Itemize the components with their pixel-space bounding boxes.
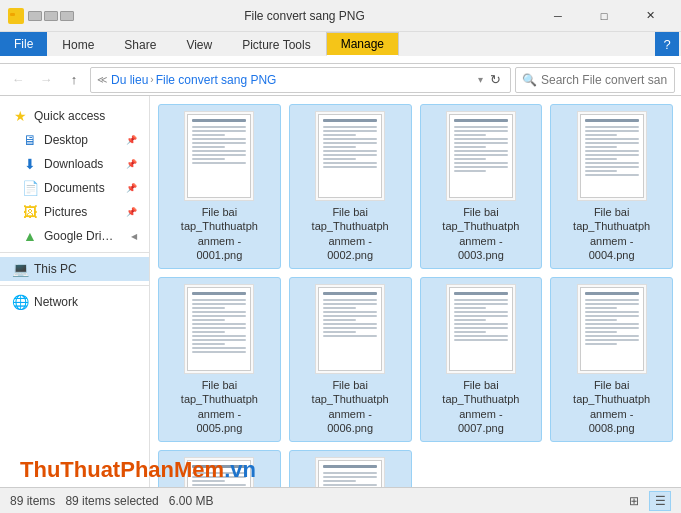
- grid-view-button[interactable]: ⊞: [623, 491, 645, 511]
- address-chevron-icon: ≪: [97, 74, 107, 85]
- file-thumbnail: [315, 284, 385, 374]
- googledrive-icon: ▲: [22, 228, 38, 244]
- pictures-icon: 🖼: [22, 204, 38, 220]
- address-sep-icon: ›: [150, 74, 153, 85]
- file-thumbnail: [577, 284, 647, 374]
- file-item[interactable]: File bai tap_Thuthuatphanmem - 0006.png: [289, 277, 412, 442]
- pin-icon-gd: ◀: [131, 232, 137, 241]
- doc-preview: [318, 460, 382, 487]
- search-icon: 🔍: [522, 73, 537, 87]
- network-icon: 🌐: [12, 294, 28, 310]
- doc-preview: [580, 287, 644, 371]
- sidebar-thispc-label: This PC: [34, 262, 77, 276]
- doc-preview: [187, 460, 251, 487]
- quick-access-section: ★ Quick access 🖥 Desktop 📌 ⬇ Downloads 📌…: [0, 104, 149, 248]
- sidebar-item-desktop[interactable]: 🖥 Desktop 📌: [0, 128, 149, 152]
- status-bar: 89 items 89 items selected 6.00 MB ⊞ ☰: [0, 487, 681, 513]
- quick-redo-btn[interactable]: [60, 11, 74, 21]
- quick-undo-btn[interactable]: [44, 11, 58, 21]
- file-thumbnail: [184, 284, 254, 374]
- help-button[interactable]: ?: [655, 32, 679, 56]
- file-item[interactable]: File bai tap_Thuthuatphanmem - 0005.png: [158, 277, 281, 442]
- item-count: 89 items: [10, 494, 55, 508]
- file-name-label: File bai tap_Thuthuatphanmem - 0007.png: [441, 378, 521, 435]
- tab-share[interactable]: Share: [109, 32, 171, 56]
- forward-button[interactable]: →: [34, 68, 58, 92]
- sidebar-item-thispc[interactable]: 💻 This PC: [0, 257, 149, 281]
- quick-save-btn[interactable]: [28, 11, 42, 21]
- file-item[interactable]: File bai tap_Thuthuatphanmem - 0002.png: [289, 104, 412, 269]
- downloads-icon: ⬇: [22, 156, 38, 172]
- selected-count: 89 items selected: [65, 494, 158, 508]
- file-thumbnail: [315, 457, 385, 487]
- address-part-current[interactable]: File convert sang PNG: [156, 73, 277, 87]
- tab-picture-tools[interactable]: Picture Tools: [227, 32, 325, 56]
- sidebar-network-label: Network: [34, 295, 78, 309]
- file-grid[interactable]: File bai tap_Thuthuatphanmem - 0001.png …: [150, 96, 681, 487]
- sidebar-item-network[interactable]: 🌐 Network: [0, 290, 149, 314]
- main-area: ★ Quick access 🖥 Desktop 📌 ⬇ Downloads 📌…: [0, 96, 681, 487]
- file-thumbnail: [184, 457, 254, 487]
- sidebar-desktop-label: Desktop: [44, 133, 88, 147]
- doc-preview: [187, 287, 251, 371]
- toolbar: ← → ↑ ≪ Du lieu › File convert sang PNG …: [0, 64, 681, 96]
- close-button[interactable]: ✕: [627, 0, 673, 32]
- ribbon-tabs: File Home Share View Picture Tools Manag…: [0, 32, 681, 56]
- file-name-label: File bai tap_Thuthuatphanmem - 0003.png: [441, 205, 521, 262]
- file-item[interactable]: File bai tap_Thuthuatphanmem - 0001.png: [158, 104, 281, 269]
- file-item[interactable]: File bai tap_Thuthuatphanmem - 0010.png: [289, 450, 412, 487]
- sidebar-item-pictures[interactable]: 🖼 Pictures 📌: [0, 200, 149, 224]
- sidebar-downloads-label: Downloads: [44, 157, 103, 171]
- address-part-dulieu[interactable]: Du lieu: [111, 73, 148, 87]
- pin-icon-dl: 📌: [126, 159, 137, 169]
- search-input[interactable]: [541, 73, 668, 87]
- view-controls: ⊞ ☰: [623, 491, 671, 511]
- sidebar-item-downloads[interactable]: ⬇ Downloads 📌: [0, 152, 149, 176]
- sidebar-item-googledrive[interactable]: ▲ Google Drive ◀: [0, 224, 149, 248]
- file-thumbnail: [446, 111, 516, 201]
- desktop-icon: 🖥: [22, 132, 38, 148]
- file-name-label: File bai tap_Thuthuatphanmem - 0004.png: [572, 205, 652, 262]
- doc-preview: [187, 114, 251, 198]
- quick-access-toolbar[interactable]: [28, 11, 74, 21]
- minimize-button[interactable]: ─: [535, 0, 581, 32]
- doc-preview: [449, 287, 513, 371]
- pin-icon-pic: 📌: [126, 207, 137, 217]
- file-size: 6.00 MB: [169, 494, 214, 508]
- address-refresh-icon[interactable]: ↻: [487, 72, 504, 87]
- title-bar-left: [8, 8, 74, 24]
- file-item[interactable]: File bai tap_Thuthuatphanmem - 0007.png: [420, 277, 543, 442]
- file-item[interactable]: File bai tap_Thuthuatphanmem - 0008.png: [550, 277, 673, 442]
- file-item[interactable]: File bai tap_Thuthuatphanmem - 0004.png: [550, 104, 673, 269]
- file-thumbnail: [315, 111, 385, 201]
- file-thumbnail: [184, 111, 254, 201]
- sidebar-item-documents[interactable]: 📄 Documents 📌: [0, 176, 149, 200]
- address-bar[interactable]: ≪ Du lieu › File convert sang PNG ▾ ↻: [90, 67, 511, 93]
- list-view-button[interactable]: ☰: [649, 491, 671, 511]
- sidebar-quick-access[interactable]: ★ Quick access: [0, 104, 149, 128]
- file-name-label: File bai tap_Thuthuatphanmem - 0005.png: [179, 378, 259, 435]
- file-thumbnail: [446, 284, 516, 374]
- address-parts: Du lieu › File convert sang PNG: [111, 73, 474, 87]
- file-name-label: File bai tap_Thuthuatphanmem - 0001.png: [179, 205, 259, 262]
- sidebar-quick-access-label: Quick access: [34, 109, 105, 123]
- sidebar-divider: [0, 252, 149, 253]
- file-item[interactable]: File bai tap_Thuthuatphanmem - 0009.png: [158, 450, 281, 487]
- ribbon-content: [0, 56, 681, 64]
- folder-icon: [8, 8, 24, 24]
- title-bar: File convert sang PNG ─ □ ✕: [0, 0, 681, 32]
- maximize-button[interactable]: □: [581, 0, 627, 32]
- address-dropdown-icon[interactable]: ▾: [478, 74, 483, 85]
- tab-home[interactable]: Home: [47, 32, 109, 56]
- file-name-label: File bai tap_Thuthuatphanmem - 0008.png: [572, 378, 652, 435]
- sidebar-documents-label: Documents: [44, 181, 105, 195]
- up-button[interactable]: ↑: [62, 68, 86, 92]
- back-button[interactable]: ←: [6, 68, 30, 92]
- search-bar[interactable]: 🔍: [515, 67, 675, 93]
- file-item[interactable]: File bai tap_Thuthuatphanmem - 0003.png: [420, 104, 543, 269]
- tab-file[interactable]: File: [0, 32, 47, 56]
- tab-manage[interactable]: Manage: [326, 32, 399, 56]
- window-controls[interactable]: ─ □ ✕: [535, 0, 673, 32]
- computer-icon: 💻: [12, 261, 28, 277]
- tab-view[interactable]: View: [171, 32, 227, 56]
